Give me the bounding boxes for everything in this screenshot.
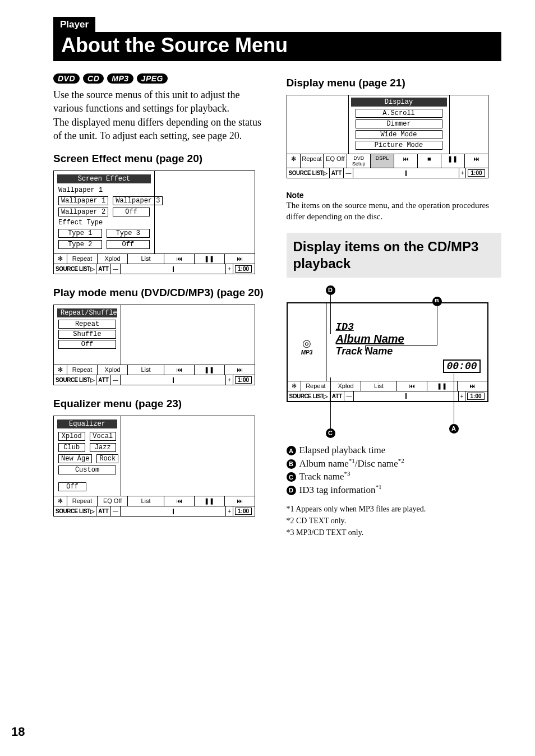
vol-minus-button[interactable]: —: [111, 264, 121, 274]
next-button[interactable]: ⏭: [225, 365, 255, 375]
callout-legend: AElapsed playback time BAlbum name*1/Dis…: [287, 445, 502, 496]
repeat-button[interactable]: Repeat: [301, 154, 324, 168]
pause-button[interactable]: ❚❚: [195, 254, 225, 264]
play-mode-heading: Play mode menu (DVD/CD/MP3) (page 20): [53, 287, 269, 299]
prev-button[interactable]: ⏮: [394, 154, 418, 168]
volume-bar[interactable]: [121, 264, 226, 274]
opt[interactable]: Off: [107, 240, 150, 249]
opt[interactable]: Wallpaper 1: [58, 196, 108, 205]
page-title: About the Source Menu: [53, 32, 501, 61]
opt[interactable]: Rock: [96, 454, 118, 463]
pause-button[interactable]: ❚❚: [195, 365, 225, 375]
source-list-button[interactable]: SOURCE LIST▷: [288, 391, 330, 401]
playback-display: ◎ MP3 ID3 Album Name Track Name 00:00 ✻ …: [287, 302, 488, 402]
prev-button[interactable]: ⏮: [164, 254, 195, 264]
opt[interactable]: Xplod: [58, 432, 85, 441]
repeat-button[interactable]: Repeat: [67, 254, 98, 264]
pause-button[interactable]: ❚❚: [441, 154, 465, 168]
opt[interactable]: Wallpaper 2: [58, 208, 108, 216]
att-button[interactable]: ATT: [96, 264, 111, 274]
opt[interactable]: New Age: [58, 454, 92, 463]
legend-c-text: Track name*3: [299, 470, 350, 482]
opt[interactable]: Type 2: [58, 240, 102, 249]
source-list-button[interactable]: SOURCE LIST▷: [54, 264, 96, 274]
dvd-setup-button[interactable]: DVD Setup: [347, 154, 371, 168]
list-button[interactable]: List: [128, 496, 164, 506]
pause-button[interactable]: ❚❚: [195, 496, 225, 506]
pill-jpeg: JPEG: [137, 73, 168, 84]
next-button[interactable]: ⏭: [225, 254, 255, 264]
volume-bar[interactable]: [121, 506, 226, 516]
xplod-button[interactable]: Xplod: [331, 381, 361, 391]
xplod-button[interactable]: Xplod: [98, 254, 128, 264]
vol-plus-button[interactable]: +: [459, 391, 466, 401]
opt[interactable]: Type 3: [107, 229, 150, 238]
gear-icon[interactable]: ✻: [54, 496, 67, 506]
vol-plus-button[interactable]: +: [459, 168, 467, 178]
note-text: The items on the source menu, and the op…: [287, 200, 502, 223]
gear-icon[interactable]: ✻: [54, 365, 67, 375]
next-button[interactable]: ⏭: [465, 154, 488, 168]
source-list-button[interactable]: SOURCE LIST▷: [54, 506, 96, 516]
opt[interactable]: Picture Mode: [356, 141, 442, 150]
xplod-button[interactable]: Xplod: [98, 365, 128, 375]
gear-icon[interactable]: ✻: [288, 381, 301, 391]
repeat-button[interactable]: Repeat: [67, 365, 98, 375]
vol-plus-button[interactable]: +: [226, 506, 233, 516]
repeat-button[interactable]: Repeat: [67, 496, 98, 506]
opt[interactable]: Custom: [58, 465, 116, 474]
equalizer-heading: Equalizer menu (page 23): [53, 398, 269, 410]
volume-bar[interactable]: [354, 391, 458, 401]
next-button[interactable]: ⏭: [458, 381, 487, 391]
opt[interactable]: Club: [58, 443, 85, 452]
stop-button[interactable]: ■: [418, 154, 441, 168]
list-button[interactable]: List: [361, 381, 397, 391]
att-button[interactable]: ATT: [96, 375, 111, 385]
source-list-button[interactable]: SOURCE LIST▷: [287, 168, 330, 178]
gear-icon[interactable]: ✻: [54, 254, 67, 264]
opt[interactable]: Off: [58, 340, 116, 349]
vol-plus-button[interactable]: +: [226, 375, 233, 385]
att-button[interactable]: ATT: [330, 391, 345, 401]
play-mode-menu: Repeat/Shuffle Repeat Shuffle Off ✻ Repe…: [53, 305, 255, 385]
section-tab: Player: [53, 17, 95, 32]
att-button[interactable]: ATT: [330, 168, 344, 178]
legend-b-text: Album name*1/Disc name*2: [299, 457, 404, 469]
source-list-button[interactable]: SOURCE LIST▷: [54, 375, 96, 385]
vol-minus-button[interactable]: —: [344, 391, 354, 401]
vol-plus-button[interactable]: +: [226, 264, 233, 274]
list-button[interactable]: List: [128, 254, 164, 264]
vol-minus-button[interactable]: —: [344, 168, 353, 178]
opt[interactable]: Dimmer: [356, 119, 442, 128]
display-menu: Display A.Scroll Dimmer Wide Mode Pictur…: [287, 95, 488, 178]
opt[interactable]: Wide Mode: [356, 130, 442, 139]
eqoff-button[interactable]: EQ Off: [324, 154, 347, 168]
gear-icon[interactable]: ✻: [287, 154, 301, 168]
list-button[interactable]: List: [128, 365, 164, 375]
opt[interactable]: Repeat: [58, 320, 116, 329]
opt[interactable]: Off: [58, 482, 86, 491]
opt[interactable]: Jazz: [90, 443, 117, 452]
next-button[interactable]: ⏭: [225, 496, 255, 506]
prev-button[interactable]: ⏮: [164, 365, 195, 375]
vol-minus-button[interactable]: —: [111, 506, 121, 516]
eqoff-button[interactable]: EQ Off: [98, 496, 128, 506]
opt[interactable]: Vocal: [90, 432, 117, 441]
opt[interactable]: Type 1: [58, 229, 102, 238]
att-button[interactable]: ATT: [96, 506, 111, 516]
note-heading: Note: [287, 191, 502, 200]
opt[interactable]: A.Scroll: [356, 109, 442, 118]
legend-a-text: Elapsed playback time: [299, 445, 386, 456]
dspl-button[interactable]: DSPL: [371, 154, 394, 168]
prev-button[interactable]: ⏮: [164, 496, 195, 506]
volume-bar[interactable]: [353, 168, 459, 178]
opt[interactable]: Off: [113, 208, 150, 216]
time-display: 1:00: [466, 168, 487, 178]
menu-title: Display: [351, 98, 447, 107]
menu-title: Repeat/Shuffle: [57, 308, 117, 317]
repeat-button[interactable]: Repeat: [301, 381, 331, 391]
volume-bar[interactable]: [121, 375, 226, 385]
vol-minus-button[interactable]: —: [111, 375, 121, 385]
prev-button[interactable]: ⏮: [397, 381, 427, 391]
opt[interactable]: Shuffle: [58, 330, 116, 339]
